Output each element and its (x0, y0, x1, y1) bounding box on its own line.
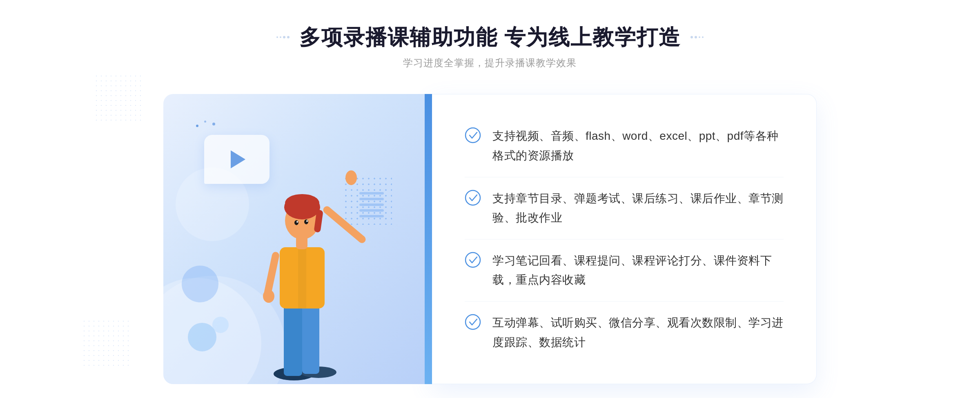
svg-point-1 (182, 266, 218, 302)
feature-item-4: 互动弹幕、试听购买、微信分享、观看次数限制、学习进度跟踪、数据统计 (465, 302, 784, 363)
feature-text-2: 支持章节目录、弹题考试、课后练习、课后作业、章节测验、批改作业 (492, 189, 784, 228)
feature-item-2: 支持章节目录、弹题考试、课后练习、课后作业、章节测验、批改作业 (465, 177, 784, 239)
character-illustration (163, 94, 425, 384)
svg-point-24 (466, 128, 480, 143)
dots-decoration-top-left (94, 74, 143, 123)
deco-dots-right (690, 36, 704, 38)
content-area: » (163, 94, 817, 384)
page-wrapper: 多项录播课辅助功能 专为线上教学打造 学习进度全掌握，提升录播课教学效果 » (0, 0, 980, 398)
deco-dot (702, 36, 704, 38)
svg-point-21 (306, 220, 308, 222)
svg-rect-11 (263, 251, 280, 297)
main-title: 多项录播课辅助功能 专为线上教学打造 (299, 25, 681, 50)
check-icon-1 (465, 127, 481, 143)
blue-accent-bar (425, 94, 432, 384)
svg-point-18 (294, 220, 298, 225)
header-decoration: 多项录播课辅助功能 专为线上教学打造 (276, 25, 704, 50)
check-icon-2 (465, 190, 481, 206)
deco-dot (276, 36, 278, 38)
check-icon-3 (465, 252, 481, 268)
svg-rect-8 (322, 205, 367, 244)
feature-text-4: 互动弹幕、试听购买、微信分享、观看次数限制、学习进度跟踪、数据统计 (492, 313, 784, 352)
svg-point-12 (263, 290, 274, 303)
feature-item-1: 支持视频、音频、flash、word、excel、ppt、pdf等各种格式的资源… (465, 115, 784, 177)
check-icon-4 (465, 314, 481, 330)
svg-point-17 (285, 194, 319, 212)
svg-rect-7 (298, 247, 306, 309)
deco-dot (695, 36, 697, 38)
deco-dot (690, 36, 693, 38)
svg-rect-4 (284, 304, 302, 376)
left-illustration (163, 94, 425, 384)
svg-point-26 (466, 253, 480, 267)
svg-point-20 (296, 221, 298, 223)
header-section: 多项录播课辅助功能 专为线上教学打造 学习进度全掌握，提升录播课教学效果 (276, 25, 704, 69)
deco-dot (287, 36, 290, 38)
deco-dot (699, 36, 700, 38)
feature-text-1: 支持视频、音频、flash、word、excel、ppt、pdf等各种格式的资源… (492, 126, 784, 165)
dots-decoration-bottom-left (82, 319, 131, 368)
svg-point-22 (188, 323, 216, 351)
svg-rect-5 (302, 304, 319, 374)
feature-item-3: 学习笔记回看、课程提问、课程评论打分、课件资料下载，重点内容收藏 (465, 239, 784, 302)
feature-text-3: 学习笔记回看、课程提问、课程评论打分、课件资料下载，重点内容收藏 (492, 251, 784, 290)
svg-point-25 (466, 190, 480, 205)
svg-rect-10 (349, 172, 353, 183)
svg-point-19 (304, 219, 308, 224)
svg-point-27 (466, 315, 480, 329)
deco-dot (280, 36, 281, 38)
subtitle: 学习进度全掌握，提升录播课教学效果 (276, 56, 704, 69)
right-panel: 支持视频、音频、flash、word、excel、ppt、pdf等各种格式的资源… (432, 94, 817, 384)
svg-point-23 (212, 317, 229, 333)
deco-dots-left (276, 36, 290, 38)
deco-dot (283, 36, 285, 38)
